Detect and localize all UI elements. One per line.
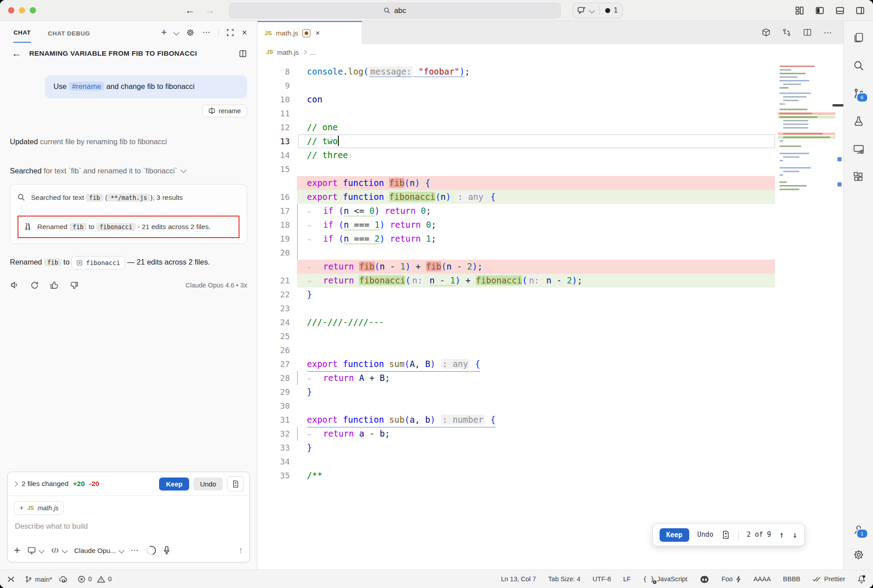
- line-number[interactable]: 19: [257, 232, 290, 246]
- changes-summary[interactable]: 2 files changed: [22, 480, 68, 488]
- more-actions-icon[interactable]: ⋯: [202, 27, 211, 37]
- code-context-selector[interactable]: [51, 547, 67, 554]
- code-line[interactable]: 21→return fibonacci(n: n - 1) + fibonacc…: [257, 274, 775, 287]
- rename-mention-chip[interactable]: #rename: [69, 82, 104, 91]
- foo-status-item[interactable]: Foo: [722, 575, 741, 583]
- line-number[interactable]: [257, 260, 290, 274]
- minimap[interactable]: [778, 64, 835, 199]
- code-line[interactable]: export function fib(n) {: [257, 176, 775, 190]
- code-line[interactable]: 17→if (n <= 0) return 0;: [257, 204, 775, 218]
- line-number[interactable]: 18: [257, 218, 290, 232]
- toggle-primary-sidebar-icon[interactable]: [815, 6, 824, 15]
- search-icon[interactable]: [853, 60, 864, 71]
- code-line[interactable]: 35/**: [257, 469, 775, 482]
- line-number[interactable]: 15: [257, 162, 290, 176]
- undo-button[interactable]: Undo: [697, 528, 713, 542]
- line-number[interactable]: 21: [257, 274, 290, 287]
- retry-icon[interactable]: [30, 281, 39, 290]
- new-chat-button[interactable]: +: [161, 27, 167, 38]
- line-number[interactable]: 12: [257, 120, 290, 134]
- line-number[interactable]: 11: [257, 106, 290, 120]
- toggle-secondary-sidebar-icon[interactable]: [855, 6, 865, 15]
- line-number[interactable]: 22: [257, 287, 290, 301]
- history-forward-button[interactable]: →: [205, 5, 215, 15]
- eol-indicator[interactable]: LF: [623, 575, 631, 583]
- code-line[interactable]: 11: [257, 106, 775, 120]
- command-search-input[interactable]: abc: [229, 3, 561, 18]
- read-aloud-icon[interactable]: [10, 280, 19, 290]
- code-line[interactable]: →return fib(n - 1) + fib(n - 2);: [257, 260, 775, 274]
- new-chat-dropdown-icon[interactable]: [173, 30, 179, 35]
- tab-math-js[interactable]: JS math.js ×: [257, 21, 362, 44]
- minimize-window-button[interactable]: [19, 7, 25, 13]
- code-line[interactable]: 10con: [257, 93, 775, 106]
- code-line[interactable]: 23: [257, 301, 775, 315]
- account-icon[interactable]: 1: [853, 524, 864, 535]
- thumbs-up-icon[interactable]: [50, 281, 59, 290]
- line-number[interactable]: 27: [257, 357, 290, 371]
- test-beaker-icon[interactable]: [853, 115, 864, 127]
- cursor-position[interactable]: Ln 13, Col 7: [501, 575, 536, 583]
- code-line[interactable]: 34: [257, 455, 775, 469]
- history-back-button[interactable]: ←: [185, 5, 195, 15]
- code-line[interactable]: 12// one: [257, 120, 775, 134]
- more-actions-icon[interactable]: ⋯: [824, 27, 833, 38]
- split-editor-icon[interactable]: [803, 28, 812, 37]
- previous-change-icon[interactable]: ↑: [779, 528, 784, 542]
- code-line[interactable]: 28→return A + B;: [257, 371, 775, 385]
- close-window-button[interactable]: [8, 7, 14, 13]
- microphone-icon[interactable]: [163, 546, 170, 555]
- diff-file-icon[interactable]: [722, 531, 730, 539]
- line-number[interactable]: 13: [257, 134, 290, 148]
- fibonacci-symbol-chip[interactable]: fibonacci: [71, 256, 125, 270]
- line-number[interactable]: 28: [257, 371, 290, 385]
- code-line[interactable]: 14// three·: [257, 148, 775, 162]
- formatter-status-item[interactable]: Prettier: [812, 575, 845, 583]
- line-number[interactable]: 23: [257, 301, 290, 315]
- back-icon[interactable]: ←: [12, 48, 22, 59]
- remote-indicator-icon[interactable]: [7, 575, 15, 583]
- tab-size[interactable]: Tab Size: 4: [548, 575, 581, 583]
- maximize-panel-icon[interactable]: [226, 29, 234, 36]
- branch-indicator[interactable]: main*: [25, 575, 68, 584]
- breadcrumb-file[interactable]: math.js: [277, 49, 299, 56]
- breadcrumb[interactable]: JS math.js ...: [257, 44, 843, 60]
- next-change-icon[interactable]: ↓: [793, 528, 798, 542]
- tab-chat-debug[interactable]: CHAT DEBUG: [48, 30, 90, 43]
- more-options-icon[interactable]: ⋯: [131, 545, 139, 555]
- keep-button[interactable]: Keep: [159, 477, 189, 491]
- encoding[interactable]: UTF-8: [593, 575, 611, 583]
- code-line[interactable]: 31export function sub(a, b) : number {: [257, 413, 775, 427]
- line-number[interactable]: 9: [257, 79, 290, 93]
- line-number[interactable]: [257, 176, 290, 190]
- layout-grid-icon[interactable]: [795, 6, 804, 15]
- code-line[interactable]: 13// two: [257, 134, 775, 148]
- code-line[interactable]: 27export function sum(A, B) : any {: [257, 357, 775, 371]
- notifications-bell-icon[interactable]: [857, 575, 866, 584]
- code-line[interactable]: 9: [257, 79, 775, 93]
- line-number[interactable]: 17: [257, 204, 290, 218]
- code-line[interactable]: 18→if (n === 1) return 0;: [257, 218, 775, 232]
- scrollbar-handle[interactable]: [833, 104, 843, 106]
- chat-toggle-pill[interactable]: 1: [572, 3, 623, 18]
- attached-file-chip[interactable]: + JS math.js: [14, 501, 64, 515]
- remote-window-icon[interactable]: [853, 143, 864, 155]
- line-number[interactable]: 33: [257, 441, 290, 455]
- code-line[interactable]: 22}: [257, 287, 775, 301]
- aaaa-status-item[interactable]: AAAA: [753, 575, 771, 583]
- copilot-icon[interactable]: [700, 575, 709, 584]
- code-line[interactable]: 19→if (n === 2) return 1;: [257, 232, 775, 246]
- view-diff-file-icon[interactable]: [227, 476, 244, 491]
- code-line[interactable]: 20: [257, 246, 775, 260]
- line-number[interactable]: 14: [257, 148, 290, 162]
- source-control-icon[interactable]: 6: [853, 88, 864, 99]
- extensions-icon[interactable]: [853, 171, 864, 183]
- code-line[interactable]: 24///-///-////---: [257, 315, 775, 329]
- explorer-icon[interactable]: [853, 32, 864, 44]
- line-number[interactable]: 31: [257, 413, 290, 427]
- code-line[interactable]: 15: [257, 162, 775, 176]
- model-selector[interactable]: Claude Opu...: [74, 547, 124, 554]
- code-line[interactable]: 32→return a - b;: [257, 427, 775, 441]
- open-in-editor-icon[interactable]: [239, 49, 247, 58]
- agent-mode-selector[interactable]: [27, 547, 44, 554]
